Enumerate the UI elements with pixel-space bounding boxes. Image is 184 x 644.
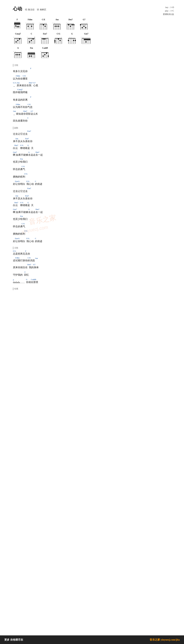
verse1-stanza: F 有多久没见你 Fdim 以为你在 C/E 哪里 G/A ＿ xyxy=(13,68,171,123)
svg-point-79 xyxy=(73,24,74,26)
chord-C: C × ① xyxy=(27,33,37,44)
svg-text:×: × xyxy=(13,36,14,38)
svg-text:×: × xyxy=(32,22,33,24)
chord-Em7: Em7 ○ ○ xyxy=(40,33,50,44)
line-3: G/A ＿ Am 原来就住在 Dm7 我 G7 心底 xyxy=(13,82,171,87)
line-4: Cmaj7 陪伴着我呼吸 xyxy=(13,88,171,94)
chorus-14: C/G 怀念的勇气 xyxy=(13,223,171,229)
svg-text:×: × xyxy=(68,22,68,24)
svg-point-63 xyxy=(58,26,59,27)
svg-point-152 xyxy=(54,41,56,42)
composer-label: 谱 xyxy=(37,8,39,11)
chord-A: A × ○ ○ xyxy=(13,47,23,58)
chord-Cadd9: Cadd9 × xyxy=(40,47,50,58)
svg-point-78 xyxy=(72,24,73,26)
page-container: 心动 唱 陈洁仪 谱 南鹤艺 key：1=D play：1=C 变调夹夹2品 F xyxy=(0,0,184,308)
svg-point-167 xyxy=(75,40,76,41)
svg-text:○: ○ xyxy=(48,36,49,38)
svg-text:×: × xyxy=(81,36,82,38)
chord-Fdim: Fdim × ○ × ○ × ○ xyxy=(25,18,35,30)
verse2-1: F/G 总是想再见 F 见你 xyxy=(13,250,171,256)
svg-point-30 xyxy=(28,26,29,27)
svg-point-76 xyxy=(68,24,69,26)
chord-row-3: A × ○ ○ xyxy=(13,47,171,60)
chorus-3: Dm7 白云 C/G 缭绕着 G 蓝 天 xyxy=(13,144,171,150)
chorus-1: Em7 过去让它过去 xyxy=(13,130,171,136)
chorus-stanza: Em7 过去让它过去 Am 来不及从头 Em7 喜欢你 Dm7 白云 xyxy=(13,130,171,243)
verse2-stanza: F/G 总是想再见 F 见你 Fdim 还试着打探你 C/E xyxy=(13,250,171,284)
svg-point-93 xyxy=(83,26,85,27)
svg-point-222 xyxy=(46,53,47,54)
svg-point-149 xyxy=(54,40,56,41)
bottom-banner: 更多 吉他谱尽在 音乐之家 yinyuezj.com/jita xyxy=(0,636,184,644)
chord-Cmaj7: Cmaj7 × xyxy=(13,33,23,44)
svg-point-48 xyxy=(45,26,46,27)
capo-label: 变调夹夹2品 xyxy=(163,13,174,16)
svg-text:○: ○ xyxy=(42,22,43,24)
svg-point-77 xyxy=(70,26,71,27)
chords-section: F xyxy=(4,17,180,62)
svg-point-225 xyxy=(48,56,49,57)
chord-Dm7: Dm7 × × xyxy=(66,18,76,30)
svg-point-121 xyxy=(29,41,30,42)
section-verse2: 主歌 xyxy=(13,247,18,249)
svg-point-209 xyxy=(29,56,30,57)
svg-point-92 xyxy=(82,27,83,28)
chorus-12: Gm7 啊 如果不能够 A 永远走 Dm7 在一起 xyxy=(13,208,171,214)
svg-point-223 xyxy=(43,56,44,57)
svg-text:○: ○ xyxy=(69,36,70,38)
svg-point-108 xyxy=(19,38,20,40)
svg-text:×: × xyxy=(53,22,53,24)
svg-text:○: ○ xyxy=(40,36,41,38)
svg-rect-180 xyxy=(84,39,91,40)
svg-text:×: × xyxy=(27,36,28,38)
line-5: F 有多远的距离 xyxy=(13,96,171,102)
svg-point-31 xyxy=(31,26,32,27)
svg-text:○: ○ xyxy=(27,22,28,24)
svg-rect-208 xyxy=(28,53,35,54)
svg-text:×: × xyxy=(83,36,83,38)
svg-point-151 xyxy=(60,40,61,41)
svg-text:×: × xyxy=(40,51,41,52)
banner-left-text: 更多 吉他谱尽在 xyxy=(4,638,150,642)
verse2-3: Dm7 G7 原来你就住在 我的身体 xyxy=(13,264,171,270)
title-block: 心动 唱 陈洁仪 谱 南鹤艺 xyxy=(13,6,46,12)
svg-text:○: ○ xyxy=(15,51,16,52)
chorus-7: F/G 拥抱的权利 xyxy=(13,173,171,179)
chorus-5: Fm 也至少给我们 xyxy=(13,158,171,164)
svg-text:○: ○ xyxy=(87,22,88,24)
singer: 陈洁仪 xyxy=(28,8,35,11)
chord-Fm: Fm xyxy=(27,47,37,58)
svg-text:○: ○ xyxy=(71,36,71,38)
song-title: 心动 xyxy=(13,6,22,12)
svg-text:×: × xyxy=(41,22,41,24)
svg-point-62 xyxy=(56,26,58,27)
play-label: play：1=C xyxy=(163,9,174,13)
chord-G7: G7 ○ xyxy=(79,18,89,30)
svg-text:○: ○ xyxy=(33,22,34,24)
svg-text:○: ○ xyxy=(21,51,22,52)
chorus-6: C/G 怀念的勇气 xyxy=(13,166,171,172)
header: 心动 唱 陈洁仪 谱 南鹤艺 key：1=D play：1=C 变调夹夹2品 xyxy=(4,3,180,17)
svg-point-12 xyxy=(17,26,18,27)
chord-Gm7: Gm7 × × xyxy=(81,33,92,44)
verse2-5: F dadada…… G 你就 Cadd9 在那里 xyxy=(13,278,171,284)
svg-text:○: ○ xyxy=(39,22,40,24)
chord-row-1: F xyxy=(13,18,171,31)
svg-point-197 xyxy=(19,54,20,55)
svg-point-137 xyxy=(44,38,45,40)
chord-F: F xyxy=(13,18,22,30)
key-info: key：1=D play：1=C 变调夹夹2品 xyxy=(163,6,174,16)
svg-point-47 xyxy=(43,24,44,26)
svg-point-11 xyxy=(15,26,16,26)
svg-point-196 xyxy=(17,54,19,55)
chord-CE: C/E ○ × ○ ○ × xyxy=(39,18,49,30)
svg-text:○: ○ xyxy=(30,22,31,24)
singer-label: 唱 xyxy=(25,8,27,11)
svg-rect-10 xyxy=(14,23,21,24)
svg-point-166 xyxy=(73,40,74,41)
svg-point-94 xyxy=(85,27,86,28)
svg-point-91 xyxy=(80,24,81,26)
svg-point-61 xyxy=(55,26,56,27)
svg-point-210 xyxy=(31,56,32,57)
